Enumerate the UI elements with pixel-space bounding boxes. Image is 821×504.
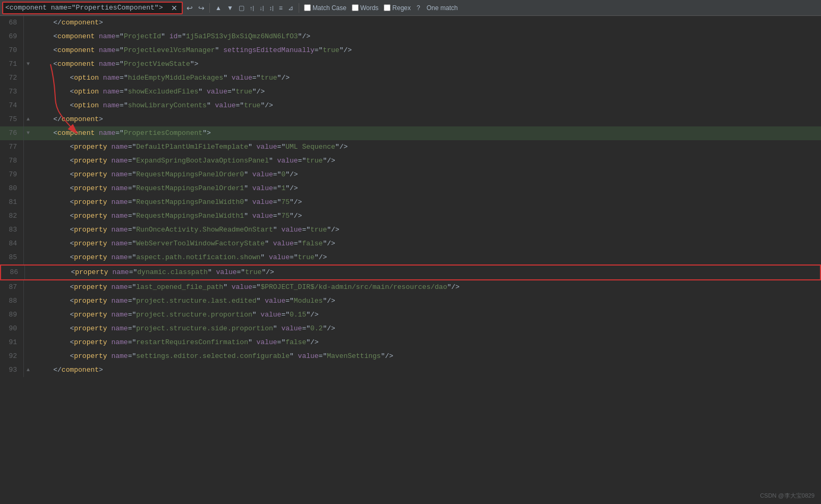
code-content-79: <property name="RequestMappingsPanelOrde… (32, 168, 821, 182)
line-number-86: 86 (1, 266, 25, 279)
fold-gutter-73 (24, 85, 32, 99)
help-button[interactable]: ? (414, 3, 422, 13)
code-line-71: 71▼ <component name="ProjectViewState"> (0, 57, 821, 71)
fold-gutter-76[interactable]: ▼ (24, 126, 32, 140)
fold-gutter-88 (24, 294, 32, 308)
code-line-81: 81 <property name="RequestMappingsPanelW… (0, 195, 821, 209)
code-line-89: 89 <property name="project.structure.pro… (0, 308, 821, 322)
fold-gutter-68 (24, 16, 32, 30)
line-number-81: 81 (0, 195, 24, 209)
code-line-93: 93▲ </component> (0, 363, 821, 377)
watermark: CSDN @李大宝0829 (760, 492, 815, 500)
fold-gutter-90 (24, 322, 32, 336)
code-content-91: <property name="restartRequiresConfirmat… (32, 336, 821, 349)
code-content-80: <property name="RequestMappingsPanelOrde… (32, 182, 821, 195)
code-content-68: </component> (32, 16, 821, 30)
regex-checkbox[interactable] (384, 4, 391, 11)
search-input[interactable] (5, 4, 169, 12)
line-number-69: 69 (0, 30, 24, 44)
line-number-92: 92 (0, 349, 24, 363)
code-line-78: 78 <property name="ExpandSpringBootJavaO… (0, 154, 821, 168)
words-checkbox[interactable] (352, 4, 359, 11)
fold-gutter-82 (24, 209, 32, 223)
code-content-87: <property name="last_opened_file_path" v… (32, 280, 821, 294)
undo-button[interactable]: ↩ (185, 3, 194, 13)
match-case-text: Match Case (312, 4, 346, 12)
code-line-70: 70 <component name="ProjectLevelVcsManag… (0, 44, 821, 57)
regex-text: Regex (392, 4, 411, 12)
line-number-79: 79 (0, 168, 24, 182)
fold-gutter-70 (24, 44, 32, 57)
code-content-81: <property name="RequestMappingsPanelWidt… (32, 195, 821, 209)
code-content-73: <option name="showExcludedFiles" value="… (32, 85, 821, 99)
next-match-button[interactable]: ▼ (225, 3, 235, 13)
line-number-91: 91 (0, 336, 24, 349)
line-number-68: 68 (0, 16, 24, 30)
code-content-72: <option name="hideEmptyMiddlePackages" v… (32, 71, 821, 85)
code-line-83: 83 <property name="RunOnceActivity.ShowR… (0, 223, 821, 237)
redo-button[interactable]: ↪ (197, 3, 206, 13)
code-line-77: 77 <property name="DefaultPlantUmlFileTe… (0, 140, 821, 154)
fold-gutter-80 (24, 182, 32, 195)
fold-gutter-93[interactable]: ▲ (24, 363, 32, 377)
align-button[interactable]: ≡ (277, 3, 285, 13)
expand-button[interactable]: ▢ (236, 3, 247, 13)
line-number-88: 88 (0, 294, 24, 308)
line-number-76: 76 (0, 126, 24, 140)
fold-gutter-71[interactable]: ▼ (24, 57, 32, 71)
line-number-87: 87 (0, 280, 24, 294)
code-line-86: 86 <property name="dynamic.classpath" va… (0, 264, 821, 280)
code-line-80: 80 <property name="RequestMappingsPanelO… (0, 182, 821, 195)
funnel-button[interactable]: ⊿ (286, 3, 295, 13)
line-number-93: 93 (0, 363, 24, 377)
code-content-75: </component> (32, 113, 821, 126)
code-line-88: 88 <property name="project.structure.las… (0, 294, 821, 308)
clear-search-button[interactable]: ✕ (169, 3, 180, 13)
code-line-76: 76▼ <component name="PropertiesComponent… (0, 126, 821, 140)
code-line-73: 73 <option name="showExcludedFiles" valu… (0, 85, 821, 99)
match-case-checkbox[interactable] (304, 4, 311, 11)
line-number-70: 70 (0, 44, 24, 57)
code-content-74: <option name="showLibraryContents" value… (32, 99, 821, 113)
code-line-90: 90 <property name="project.structure.sid… (0, 322, 821, 336)
code-content-86: <property name="dynamic.classpath" value… (33, 266, 820, 279)
code-line-69: 69 <component name="ProjectId" id="1j5a1… (0, 30, 821, 44)
fold-gutter-79 (24, 168, 32, 182)
search-input-box: ✕ (2, 2, 183, 14)
code-content-84: <property name="WebServerToolWindowFacto… (32, 237, 821, 251)
line-number-72: 72 (0, 71, 24, 85)
code-line-68: 68 </component> (0, 16, 821, 30)
prev-match-button[interactable]: ▲ (213, 3, 224, 13)
code-line-74: 74 <option name="showLibraryContents" va… (0, 99, 821, 113)
code-line-91: 91 <property name="restartRequiresConfir… (0, 336, 821, 349)
fold-gutter-85 (24, 251, 32, 264)
line-number-74: 74 (0, 99, 24, 113)
line-number-75: 75 (0, 113, 24, 126)
filter-up-button[interactable]: ↑| (248, 4, 256, 12)
fold-gutter-75[interactable]: ▲ (24, 113, 32, 126)
code-content-93: </component> (32, 363, 821, 377)
words-label[interactable]: Words (350, 4, 380, 12)
filter-all-button[interactable]: ↕| (267, 4, 276, 12)
match-case-label[interactable]: Match Case (302, 4, 348, 12)
fold-gutter-89 (24, 308, 32, 322)
fold-gutter-77 (24, 140, 32, 154)
separator-1 (209, 3, 210, 13)
code-content-85: <property name="aspect.path.notification… (32, 251, 821, 264)
code-content-90: <property name="project.structure.side.p… (32, 322, 821, 336)
fold-gutter-86 (25, 266, 33, 279)
fold-gutter-78 (24, 154, 32, 168)
separator-2 (299, 3, 299, 13)
code-content-71: <component name="ProjectViewState"> (32, 57, 821, 71)
code-content-76: <component name="PropertiesComponent"> (32, 126, 821, 140)
code-area[interactable]: 68 </component>69 <component name="Proje… (0, 16, 821, 504)
filter-down-button[interactable]: ↓| (257, 4, 266, 12)
code-content-92: <property name="settings.editor.selected… (32, 349, 821, 363)
fold-gutter-92 (24, 349, 32, 363)
code-line-84: 84 <property name="WebServerToolWindowFa… (0, 237, 821, 251)
code-content-77: <property name="DefaultPlantUmlFileTempl… (32, 140, 821, 154)
search-bar: ✕ ↩ ↪ ▲ ▼ ▢ ↑| ↓| ↕| ≡ ⊿ Match Case Word… (0, 0, 821, 16)
code-line-79: 79 <property name="RequestMappingsPanelO… (0, 168, 821, 182)
regex-label[interactable]: Regex (382, 4, 412, 12)
line-number-85: 85 (0, 251, 24, 264)
